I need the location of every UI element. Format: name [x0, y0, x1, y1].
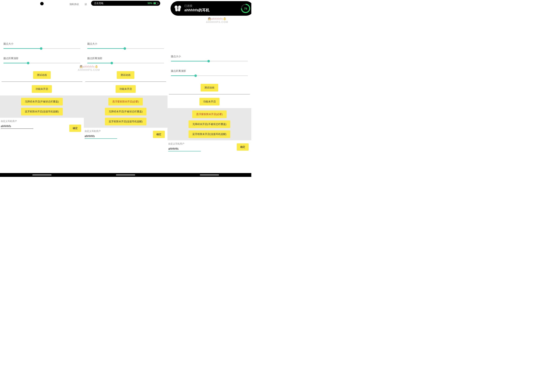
charging-pill: 正在充电 50% [91, 1, 160, 6]
nav-bar[interactable] [84, 173, 168, 177]
screen-3: 已连接 ahhhhfs的耳机 75 圆点大小 圆点距离顶部 测试动画 功能未开启… [167, 0, 251, 177]
confirm-button[interactable]: 确定 [237, 143, 249, 151]
privacy-link-peek: 议 [82, 3, 87, 6]
header: 隐私协议 [0, 0, 84, 6]
confirm-button[interactable]: 确定 [153, 131, 165, 138]
divider [1, 82, 82, 82]
screen-2: 正在充电 50% 议 圆点大小 圆点距离顶部 测试动画 功能未开启 悬浮窗权限未… [84, 0, 168, 177]
battery-ring-icon: 75 [241, 4, 250, 13]
settings-content: 圆点大小 圆点距离顶部 测试动画 功能未开启 悬浮窗权限未开启(必要) 无障碍未… [84, 6, 168, 139]
privacy-link[interactable]: 隐私协议 [70, 3, 79, 6]
dot-size-label: 圆点大小 [3, 42, 80, 46]
connected-capsule: 已连接 ahhhhfs的耳机 75 [171, 1, 251, 16]
feature-off-button[interactable]: 功能未开启 [199, 98, 220, 106]
home-handle-icon [32, 175, 51, 175]
accessibility-perm-button[interactable]: 无障碍未开启(不被状态栏覆盖) [105, 108, 147, 115]
headphone-user-input[interactable] [85, 134, 117, 139]
dot-size-slider[interactable] [171, 60, 248, 62]
dot-top-label: 圆点距离顶部 [87, 57, 164, 60]
feature-off-button[interactable]: 功能未开启 [32, 85, 52, 93]
nav-bar[interactable] [0, 173, 84, 177]
device-name: ahhhhfs的耳机 [184, 8, 209, 13]
bluetooth-perm-button[interactable]: 蓝牙权限未开启(连接耳机提醒) [105, 118, 147, 125]
dot-top-label: 圆点距离顶部 [171, 69, 248, 73]
confirm-button[interactable]: 确定 [69, 125, 81, 132]
charging-text: 正在充电 [94, 2, 103, 5]
bluetooth-perm-button[interactable]: 蓝牙权限未开启(连接耳机提醒) [21, 108, 63, 115]
overlay-perm-button[interactable]: 悬浮窗权限未开启(必要) [108, 98, 143, 106]
divider [85, 82, 166, 82]
permissions-band: 悬浮窗权限未开启(必要) 无障碍未开启(不被状态栏覆盖) 蓝牙权限未开启(连接耳… [167, 108, 251, 140]
settings-content: 圆点大小 圆点距离顶部 测试动画 功能未开启 悬浮窗权限未开启(必要) 无障碍未… [167, 18, 251, 151]
dot-top-slider[interactable] [87, 62, 164, 64]
airpods-icon [174, 4, 182, 12]
nav-bar[interactable] [167, 173, 251, 177]
divider [169, 94, 250, 94]
feature-off-button[interactable]: 功能未开启 [116, 85, 136, 93]
header: 正在充电 50% 议 [84, 0, 168, 6]
test-animation-button[interactable]: 测试动画 [117, 71, 134, 79]
battery-ring-value: 75 [244, 7, 247, 10]
home-handle-icon [200, 175, 219, 175]
bluetooth-perm-button[interactable]: 蓝牙权限未开启(连接耳机提醒) [188, 130, 230, 138]
accessibility-perm-button[interactable]: 无障碍未开启(不被状态栏覆盖) [188, 120, 230, 128]
input-label: 自定义耳机用户 [1, 120, 83, 123]
connected-status: 已连接 [184, 4, 209, 8]
test-animation-button[interactable]: 测试动画 [33, 71, 51, 79]
header: 已连接 ahhhhfs的耳机 75 [167, 0, 251, 18]
screen-1: 隐私协议 圆点大小 圆点距离顶部 测试动画 功能未开启 无障碍未开启(不被状态栏… [0, 0, 84, 177]
headphone-user-input[interactable] [1, 124, 33, 129]
permissions-band: 悬浮窗权限未开启(必要) 无障碍未开启(不被状态栏覆盖) 蓝牙权限未开启(连接耳… [84, 96, 168, 128]
dot-size-label: 圆点大小 [87, 42, 164, 46]
settings-content: 圆点大小 圆点距离顶部 测试动画 功能未开启 无障碍未开启(不被状态栏覆盖) 蓝… [0, 6, 84, 129]
dynamic-dot-icon [40, 2, 44, 5]
dot-top-slider[interactable] [171, 74, 248, 77]
dot-size-slider[interactable] [87, 47, 164, 50]
headphone-user-input[interactable] [168, 146, 201, 151]
permissions-band: 无障碍未开启(不被状态栏覆盖) 蓝牙权限未开启(连接耳机提醒) [0, 96, 84, 118]
battery-icon [153, 2, 158, 4]
dot-size-slider[interactable] [3, 47, 80, 50]
dot-top-slider[interactable] [3, 62, 80, 64]
home-handle-icon [116, 175, 135, 175]
battery-percent: 50% [147, 2, 152, 5]
accessibility-perm-button[interactable]: 无障碍未开启(不被状态栏覆盖) [21, 98, 63, 106]
test-animation-button[interactable]: 测试动画 [201, 84, 218, 91]
overlay-perm-button[interactable]: 悬浮窗权限未开启(必要) [192, 110, 227, 118]
dot-size-label: 圆点大小 [171, 55, 248, 58]
dot-top-label: 圆点距离顶部 [3, 57, 80, 60]
